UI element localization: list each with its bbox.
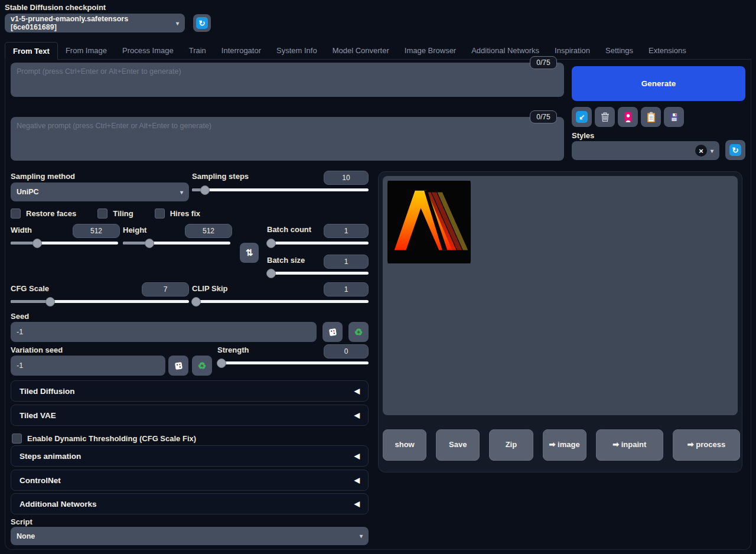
clip-skip-label: CLIP Skip	[192, 284, 227, 293]
height-value[interactable]: 512	[185, 224, 232, 238]
sampling-method-dropdown[interactable]: UniPC ▾	[11, 183, 189, 201]
slider-knob[interactable]	[32, 239, 42, 248]
slider-knob[interactable]	[200, 185, 210, 195]
gallery-button-row: show Save Zip ➡ image ➡ inpaint ➡ proces…	[383, 429, 740, 461]
script-dropdown[interactable]: None ▾	[11, 527, 369, 545]
batch-size-slider[interactable]	[267, 272, 369, 275]
checkpoint-dropdown[interactable]: v1-5-pruned-emaonly.safetensors [6ce0161…	[5, 14, 185, 32]
width-label: Width	[11, 226, 32, 234]
swap-arrows-icon: ⇅	[246, 247, 253, 258]
hires-fix-option[interactable]: Hires fix	[155, 208, 200, 219]
cfg-scale-slider[interactable]	[11, 300, 189, 303]
tab-model-converter[interactable]: Model Converter	[325, 41, 397, 59]
tab-interrogator[interactable]: Interrogator	[214, 41, 269, 59]
batch-count-slider[interactable]	[267, 242, 369, 245]
show-button[interactable]: show	[383, 429, 426, 461]
send-to-inpaint-button[interactable]: ➡ inpaint	[596, 429, 663, 461]
clip-skip-slider[interactable]	[192, 300, 369, 303]
tab-extensions[interactable]: Extensions	[641, 41, 694, 59]
send-to-process-button[interactable]: ➡ process	[673, 429, 740, 461]
collapsed-arrow-icon: ◀	[354, 500, 360, 508]
collapsed-arrow-icon: ◀	[354, 411, 360, 419]
sampling-steps-value[interactable]: 10	[324, 171, 369, 185]
slider-knob[interactable]	[191, 297, 201, 307]
tab-from-image[interactable]: From Image	[58, 41, 115, 59]
tab-train[interactable]: Train	[181, 41, 214, 59]
output-thumbnail[interactable]	[387, 181, 471, 263]
checkpoint-refresh-button[interactable]: ↻	[193, 14, 211, 32]
accordion-tiled-vae[interactable]: Tiled VAE ◀	[11, 405, 369, 426]
styles-dropdown[interactable]: × ▾	[572, 141, 719, 160]
accordion-title: Additional Networks	[19, 500, 97, 509]
accordion-steps-animation[interactable]: Steps animation ◀	[11, 445, 369, 467]
slider-knob[interactable]	[217, 359, 226, 368]
tiling-option[interactable]: Tiling	[97, 208, 133, 219]
tab-image-browser[interactable]: Image Browser	[397, 41, 464, 59]
variation-seed-input[interactable]	[11, 356, 165, 376]
negative-prompt-input[interactable]	[11, 117, 564, 161]
slider-knob[interactable]	[145, 239, 154, 248]
dynamic-thresholding-checkbox[interactable]	[12, 434, 22, 444]
tab-settings[interactable]: Settings	[598, 41, 641, 59]
cfg-scale-label: CFG Scale	[11, 284, 49, 293]
clear-prompt-button[interactable]	[595, 107, 615, 127]
strength-label: Strength	[217, 346, 249, 354]
accordion-controlnet[interactable]: ControlNet ◀	[11, 470, 369, 491]
batch-count-label: Batch count	[267, 225, 311, 234]
batch-size-label: Batch size	[267, 256, 305, 265]
clip-skip-value[interactable]: 1	[324, 282, 369, 296]
tab-process-image[interactable]: Process Image	[115, 41, 181, 59]
prompt-token-counter: 0/75	[530, 56, 557, 69]
strength-slider[interactable]	[217, 361, 369, 364]
width-value[interactable]: 512	[73, 224, 120, 238]
sampling-method-value: UniPC	[17, 188, 39, 196]
variation-seed-random-button[interactable]	[168, 356, 188, 376]
height-slider[interactable]	[123, 242, 230, 245]
sampling-steps-slider[interactable]	[192, 188, 369, 191]
styles-refresh-button[interactable]: ↻	[725, 140, 745, 160]
tab-from-text[interactable]: From Text	[5, 42, 58, 60]
seed-label: Seed	[11, 312, 29, 321]
dynamic-thresholding-label: Enable Dynamic Thresholding (CFG Scale F…	[27, 434, 196, 443]
styles-label: Styles	[572, 131, 594, 140]
seed-random-button[interactable]	[322, 322, 343, 342]
tiling-checkbox[interactable]	[97, 208, 107, 219]
strength-value[interactable]: 0	[324, 344, 369, 359]
main-tab-bar: From Text From Image Process Image Train…	[5, 41, 751, 60]
restore-faces-option[interactable]: Restore faces	[11, 208, 76, 219]
send-to-image-button[interactable]: ➡ image	[543, 429, 586, 461]
accordion-title: Steps animation	[19, 452, 81, 461]
collapsed-arrow-icon: ◀	[354, 452, 360, 460]
hires-fix-checkbox[interactable]	[155, 208, 165, 219]
accordion-additional-networks[interactable]: Additional Networks ◀	[11, 493, 369, 514]
restore-faces-checkbox[interactable]	[11, 208, 21, 219]
prompt-input[interactable]	[11, 63, 564, 97]
seed-reuse-button[interactable]: ♻	[348, 322, 369, 342]
apply-styles-button[interactable]	[641, 107, 661, 127]
chevron-down-icon: ▾	[360, 533, 363, 539]
refresh-icon: ↻	[729, 144, 741, 156]
paste-params-button[interactable]: ↙	[572, 107, 592, 127]
slider-knob[interactable]	[266, 239, 276, 248]
save-button[interactable]: Save	[436, 429, 480, 461]
down-left-arrow-icon: ↙	[576, 111, 588, 123]
tab-system-info[interactable]: System Info	[269, 41, 325, 59]
styles-clear-button[interactable]: ×	[695, 145, 707, 157]
seed-input[interactable]	[11, 322, 317, 342]
floppy-disk-icon	[669, 112, 679, 122]
collapsed-arrow-icon: ◀	[354, 387, 360, 395]
width-slider[interactable]	[11, 242, 118, 245]
dynamic-thresholding-option[interactable]: Enable Dynamic Thresholding (CFG Scale F…	[12, 434, 196, 444]
accordion-title: ControlNet	[19, 476, 61, 485]
save-style-button[interactable]	[664, 107, 684, 127]
accordion-tiled-diffusion[interactable]: Tiled Diffusion ◀	[11, 380, 369, 402]
batch-count-value[interactable]: 1	[324, 224, 369, 238]
swap-width-height-button[interactable]: ⇅	[240, 243, 259, 263]
zip-button[interactable]: Zip	[489, 429, 533, 461]
variation-seed-reuse-button[interactable]: ♻	[192, 356, 212, 376]
generate-button[interactable]: Generate	[572, 66, 745, 101]
cfg-scale-value[interactable]: 7	[142, 282, 189, 296]
batch-size-value[interactable]: 1	[324, 255, 369, 269]
extra-networks-button[interactable]	[618, 107, 638, 127]
slider-knob[interactable]	[266, 269, 276, 278]
